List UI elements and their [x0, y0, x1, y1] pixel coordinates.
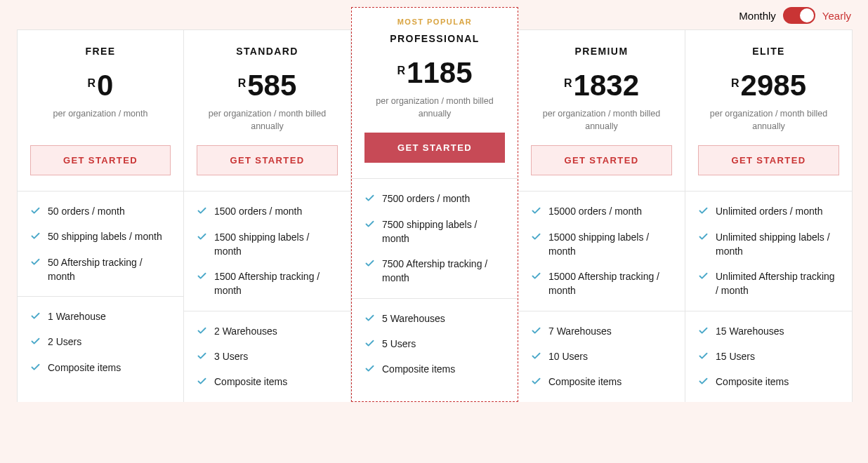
feature-item: 15000 shipping labels / month — [531, 230, 672, 259]
plan-name: PREMIUM — [531, 46, 672, 57]
billing-yearly-label[interactable]: Yearly — [822, 10, 851, 22]
check-icon — [30, 311, 41, 321]
check-icon — [197, 351, 207, 361]
plan-header: FREER0per organization / monthGET STARTE… — [18, 29, 183, 191]
feature-section-1: 15000 orders / month15000 shipping label… — [518, 191, 685, 310]
feature-text: 50 shipping labels / month — [48, 229, 162, 243]
check-icon — [531, 326, 541, 336]
feature-text: 50 orders / month — [48, 204, 125, 218]
feature-text: 7 Warehouses — [548, 324, 612, 338]
feature-text: 7500 shipping labels / month — [382, 217, 505, 246]
feature-text: Composite items — [48, 361, 121, 375]
check-icon — [531, 376, 541, 387]
feature-section-2: 1 Warehouse2 UsersComposite items — [18, 296, 183, 387]
feature-text: 3 Users — [214, 349, 248, 363]
plan-subtext: per organization / month — [30, 107, 171, 133]
check-icon — [698, 351, 709, 361]
check-icon — [364, 363, 375, 374]
feature-item: 3 Users — [197, 349, 338, 363]
feature-item: 1500 Aftership tracking / month — [197, 269, 338, 298]
feature-item: 5 Warehouses — [364, 311, 505, 326]
check-icon — [364, 193, 375, 203]
feature-item: Unlimited shipping labels / month — [698, 230, 839, 259]
check-icon — [531, 206, 541, 216]
plan-name: ELITE — [698, 46, 839, 57]
get-started-button[interactable]: GET STARTED — [30, 145, 171, 175]
check-icon — [30, 257, 41, 267]
feature-item: Composite items — [531, 375, 672, 389]
currency: R — [88, 77, 96, 89]
check-icon — [30, 336, 41, 347]
feature-item: 7500 Aftership tracking / month — [364, 257, 505, 286]
feature-item: Composite items — [698, 375, 839, 389]
feature-text: 7500 orders / month — [382, 192, 470, 206]
feature-text: 50 Aftership tracking / month — [48, 255, 171, 284]
check-icon — [364, 313, 375, 323]
feature-text: 15000 Aftership tracking / month — [548, 269, 672, 298]
plan-price: R1832 — [531, 71, 672, 100]
get-started-button[interactable]: GET STARTED — [364, 133, 505, 163]
feature-text: 2 Users — [48, 335, 81, 349]
feature-item: 15 Users — [698, 349, 839, 363]
feature-text: Unlimited Aftership tracking / month — [716, 269, 839, 298]
currency: R — [397, 65, 406, 76]
feature-item: Unlimited Aftership tracking / month — [698, 269, 839, 298]
feature-text: Composite items — [716, 375, 789, 389]
billing-monthly-label[interactable]: Monthly — [739, 10, 776, 22]
get-started-button[interactable]: GET STARTED — [698, 145, 839, 175]
check-icon — [364, 219, 375, 229]
feature-text: 1500 Aftership tracking / month — [214, 269, 338, 298]
plan-name: FREE — [30, 46, 171, 57]
currency: R — [731, 77, 739, 89]
feature-section-1: 7500 orders / month7500 shipping labels … — [352, 178, 518, 297]
feature-item: 50 shipping labels / month — [30, 229, 171, 243]
price-amount: 2985 — [741, 69, 806, 102]
feature-section-1: 50 orders / month50 shipping labels / mo… — [18, 191, 183, 296]
check-icon — [698, 271, 709, 281]
feature-text: 2 Warehouses — [214, 324, 277, 338]
feature-item: 15 Warehouses — [698, 324, 839, 338]
check-icon — [197, 376, 207, 387]
feature-text: 7500 Aftership tracking / month — [382, 257, 505, 286]
feature-text: Unlimited orders / month — [716, 204, 823, 218]
feature-item: 50 Aftership tracking / month — [30, 255, 171, 284]
feature-item: 15000 Aftership tracking / month — [531, 269, 672, 298]
feature-item: Composite items — [30, 361, 171, 375]
feature-text: Unlimited shipping labels / month — [716, 230, 839, 259]
check-icon — [698, 206, 709, 216]
feature-text: Composite items — [548, 375, 622, 389]
feature-text: 15000 shipping labels / month — [548, 230, 672, 259]
feature-item: Composite items — [364, 362, 505, 376]
feature-text: 5 Users — [382, 337, 416, 351]
feature-item: 1500 shipping labels / month — [197, 230, 338, 259]
price-amount: 1185 — [407, 56, 472, 89]
currency: R — [238, 77, 246, 89]
price-amount: 0 — [97, 69, 113, 102]
feature-item: 1 Warehouse — [30, 309, 171, 323]
popular-badge: MOST POPULAR — [364, 18, 505, 26]
check-icon — [698, 326, 709, 336]
plan-subtext: per organization / month billed annually — [364, 95, 505, 120]
plan-subtext: per organization / month billed annually — [531, 107, 672, 133]
feature-item: Unlimited orders / month — [698, 204, 839, 218]
plan-free: FREER0per organization / monthGET STARTE… — [17, 29, 184, 402]
plan-header: MOST POPULARPROFESSIONALR1185per organiz… — [352, 8, 518, 178]
plan-price: R585 — [197, 71, 338, 100]
plan-price: R2985 — [698, 71, 839, 100]
billing-switch[interactable] — [783, 7, 815, 24]
feature-section-1: Unlimited orders / monthUnlimited shippi… — [685, 191, 852, 310]
plan-professional: MOST POPULARPROFESSIONALR1185per organiz… — [351, 7, 518, 402]
check-icon — [197, 232, 207, 242]
plan-name: PROFESSIONAL — [364, 33, 505, 44]
check-icon — [364, 258, 375, 269]
plan-premium: PREMIUMR1832per organization / month bil… — [518, 29, 685, 402]
feature-item: 15000 orders / month — [531, 204, 672, 218]
plan-header: STANDARDR585per organization / month bil… — [184, 29, 350, 191]
check-icon — [364, 338, 375, 349]
get-started-button[interactable]: GET STARTED — [531, 145, 672, 175]
feature-item: 50 orders / month — [30, 204, 171, 218]
get-started-button[interactable]: GET STARTED — [197, 145, 338, 175]
feature-text: 10 Users — [548, 349, 588, 363]
check-icon — [197, 206, 207, 216]
feature-item: 10 Users — [531, 349, 672, 363]
